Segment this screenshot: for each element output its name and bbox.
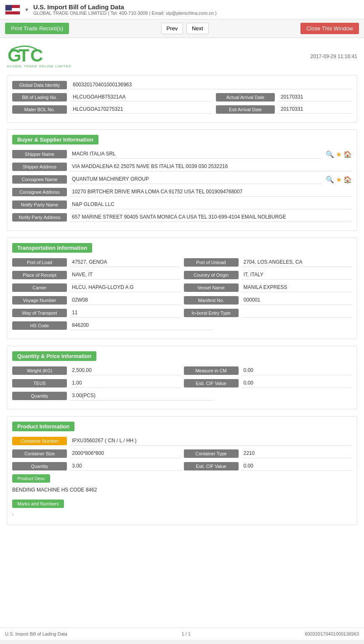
container-size-label: Container Size: [12, 449, 67, 458]
bol-label: Bill of Lading No.: [12, 93, 67, 102]
home-icon-2[interactable]: 🏠: [343, 176, 352, 184]
shipper-name-value: MACRI ITALIA SRL: [69, 150, 321, 159]
product-esti-cif-value: 0.00: [241, 462, 352, 471]
next-button[interactable]: Next: [186, 23, 209, 34]
buyer-supplier-section: Buyer & Supplier Information Shipper Nam…: [7, 129, 357, 231]
port-unload-col: Port of Unload 2704, LOS ANGELES, CA: [184, 258, 352, 267]
global-data-value: 600320170401000136963: [70, 80, 352, 89]
container-type-value: 2210: [241, 449, 352, 458]
consignee-address-value: 10270 BIRTCHER DRIVE MIRA LOMA CA 91752 …: [69, 187, 352, 197]
teus-label: TEUS: [12, 379, 67, 387]
port-of-load-value: 47527, GENOA: [69, 258, 181, 267]
hs-code-value: 846200: [69, 321, 213, 330]
container-number-row: Container Number IPXU3560267 ( CN / L / …: [12, 436, 352, 446]
consignee-address-label: Consignee Address: [12, 188, 67, 196]
voyage-row: Voyage Number 02W08 Manifest No. 000001: [12, 296, 352, 305]
home-icon[interactable]: 🏠: [343, 150, 352, 158]
global-data-label: Global Data Identity: [12, 81, 67, 89]
carrier-col: Carrier HLCU, HAPAG-LLOYD A G: [12, 283, 181, 292]
quantity-price-section: Quantity & Price Information Weight (KG)…: [7, 346, 357, 409]
actual-arrival-value: 20170331: [278, 93, 352, 102]
nav-buttons: Prev Next: [160, 23, 210, 34]
voyage-number-value: 02W08: [69, 296, 181, 305]
logo-area: G T C GLOBAL TRADE ONLINE LIMITED 2017-0…: [7, 45, 357, 68]
container-size-value: 2000*806*800: [69, 449, 181, 458]
prev-button[interactable]: Prev: [161, 23, 183, 34]
measure-label: Measure in CM: [184, 366, 239, 375]
country-of-origin-label: Country of Origin: [184, 271, 239, 279]
measure-col: Measure in CM 0.00: [184, 366, 352, 375]
carrier-value: HLCU, HAPAG-LLOYD A G: [69, 283, 181, 292]
way-of-transport-label: Way of Transport: [12, 309, 67, 317]
svg-text:T: T: [19, 45, 29, 65]
container-size-col: Container Size 2000*806*800: [12, 449, 181, 458]
way-transport-col: Way of Transport 11: [12, 308, 181, 318]
esti-cif-col: Esti. CIF Value 0.00: [184, 379, 352, 388]
country-origin-col: Country of Origin IT, ITALY: [184, 270, 352, 280]
svg-text:C: C: [30, 45, 43, 65]
container-type-col: Container Type 2210: [184, 449, 352, 458]
notify-party-label: Notify Party Name: [12, 200, 67, 209]
buyer-supplier-title: Buyer & Supplier Information: [12, 135, 98, 144]
actual-arrival-label: Actual Arrival Date: [216, 93, 275, 102]
page-footer: U.S. Import Bill of Lading Data 1 / 1 60…: [0, 628, 364, 640]
marks-button[interactable]: Marks and Numbers: [12, 500, 64, 508]
measure-value: 0.00: [241, 366, 352, 375]
shipper-actions: 🔍 ★ 🏠: [326, 150, 352, 158]
footer-center: 1 / 1: [182, 631, 191, 636]
weight-label: Weight (KG): [12, 366, 67, 375]
shipper-address-row: Shipper Address VIA MADDALENA 62 25075 N…: [12, 162, 352, 171]
shipper-address-label: Shipper Address: [12, 163, 67, 171]
container-number-value: IPXU3560267 ( CN / L / HH ): [69, 436, 352, 446]
timestamp: 2017-09-29 11:16:41: [311, 53, 357, 59]
dropdown-arrow[interactable]: ▼: [24, 7, 29, 12]
esti-arrival-label: Esti Arrival Date: [216, 105, 275, 114]
notify-party-address-row: Notify Party Address 657 MARINE STREET 9…: [12, 213, 352, 222]
star-icon-2[interactable]: ★: [336, 176, 342, 184]
weight-row: Weight (KG) 2,500.00 Measure in CM 0.00: [12, 366, 352, 375]
weight-value: 2,500.00: [69, 366, 181, 375]
esti-cif-qp-label: Esti. CIF Value: [184, 379, 239, 387]
voyage-col: Voyage Number 02W08: [12, 296, 181, 305]
product-title: Product Information: [12, 422, 74, 431]
shipper-name-row: Shipper Name MACRI ITALIA SRL 🔍 ★ 🏠: [12, 150, 352, 159]
product-desc-area: Product Desc BENDING MACHINE HS CODE 846…: [12, 474, 352, 516]
product-esti-cif-label: Esti. CIF Value: [184, 462, 239, 470]
carrier-label: Carrier: [12, 283, 67, 292]
shipper-address-value: VIA MADDALENA 62 25075 NAVE BS ITALIA TE…: [69, 162, 352, 171]
place-receipt-col: Place of Receipt NAVE, IT: [12, 270, 181, 280]
consignee-name-row: Consignee Name QUANTUM MACHINERY GROUP 🔍…: [12, 175, 352, 184]
in-bond-entry-label: In-bond Entry Type: [184, 309, 239, 317]
footer-left: U.S. Import Bill of Lading Data: [5, 631, 67, 636]
teus-value: 1.00: [69, 379, 181, 388]
place-receipt-row: Place of Receipt NAVE, IT Country of Ori…: [12, 270, 352, 280]
port-of-load-label: Port of Load: [12, 258, 67, 267]
product-quantity-row: Quantity 3.00 Esti. CIF Value 0.00: [12, 462, 352, 471]
product-section: Product Information Container Number IPX…: [7, 416, 357, 525]
consignee-name-label: Consignee Name: [12, 175, 67, 184]
country-of-origin-value: IT, ITALY: [241, 270, 352, 280]
voyage-number-label: Voyage Number: [12, 296, 67, 305]
search-icon-2[interactable]: 🔍: [326, 176, 334, 184]
search-icon[interactable]: 🔍: [326, 150, 334, 158]
toolbar: Print Trade Record(s) Prev Next Close Th…: [0, 19, 364, 38]
transportation-section: Transportation Information Port of Load …: [7, 238, 357, 339]
vessel-name-label: Vessel Name: [184, 283, 239, 292]
product-quantity-value: 3.00: [69, 462, 181, 471]
container-number-button[interactable]: Container Number: [12, 437, 67, 445]
manifest-no-label: Manifest No.: [184, 296, 239, 305]
star-icon[interactable]: ★: [336, 150, 342, 158]
product-desc-button[interactable]: Product Desc: [12, 474, 50, 483]
marks-value: .: [12, 510, 352, 516]
identity-section: Global Data Identity 6003201704010001369…: [7, 75, 357, 123]
close-button[interactable]: Close This Window: [300, 23, 359, 34]
consignee-address-row: Consignee Address 10270 BIRTCHER DRIVE M…: [12, 187, 352, 197]
bol-row: Bill of Lading No. HLCUGOAHB75321AA Actu…: [12, 93, 352, 102]
consignee-name-value: QUANTUM MACHINERY GROUP: [69, 175, 321, 184]
port-of-unload-value: 2704, LOS ANGELES, CA: [241, 258, 352, 267]
container-size-row: Container Size 2000*806*800 Container Ty…: [12, 449, 352, 458]
print-button[interactable]: Print Trade Record(s): [5, 23, 69, 34]
logo-subtitle: GLOBAL TRADE ONLINE LIMITED: [7, 64, 72, 68]
esti-cif-qp-value: 0.00: [241, 379, 352, 388]
transport-row: Way of Transport 11 In-bond Entry Type: [12, 308, 352, 318]
